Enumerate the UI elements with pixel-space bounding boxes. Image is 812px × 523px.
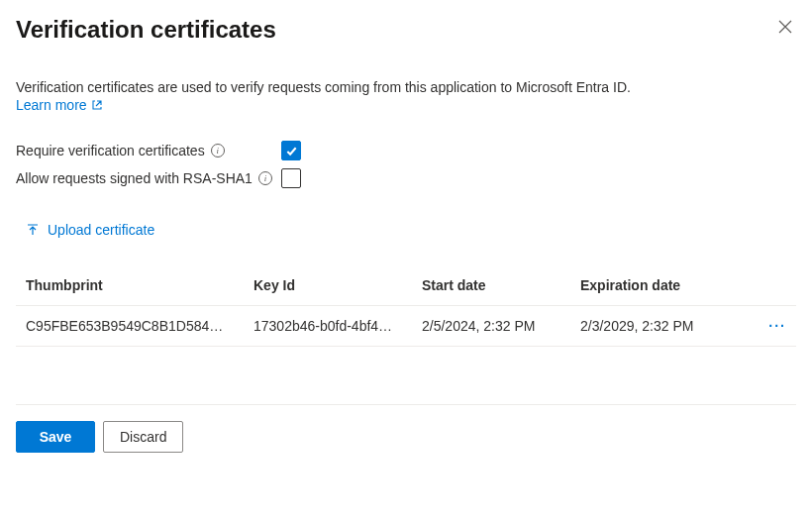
info-icon[interactable]: i — [258, 171, 272, 185]
page-title: Verification certificates — [16, 16, 276, 44]
table-header-row: Thumbprint Key Id Start date Expiration … — [16, 265, 796, 306]
info-icon[interactable]: i — [211, 144, 225, 157]
cell-thumbprint: C95FBE653B9549C8B1D584… — [26, 318, 254, 334]
discard-button[interactable]: Discard — [103, 421, 183, 453]
require-verification-label: Require verification certificates — [16, 143, 205, 158]
close-icon — [778, 20, 792, 34]
row-more-button[interactable]: ··· — [747, 318, 786, 334]
cell-start-date: 2/5/2024, 2:32 PM — [422, 318, 580, 334]
checkmark-icon — [285, 145, 298, 157]
option-allow-rsa-sha1: Allow requests signed with RSA-SHA1 i — [16, 168, 796, 188]
learn-more-label: Learn more — [16, 97, 87, 113]
option-label: Require verification certificates i — [16, 143, 281, 158]
require-verification-checkbox[interactable] — [281, 141, 301, 160]
col-key-id[interactable]: Key Id — [254, 277, 422, 293]
option-label: Allow requests signed with RSA-SHA1 i — [16, 170, 281, 186]
external-link-icon — [91, 99, 103, 111]
allow-rsa-sha1-label: Allow requests signed with RSA-SHA1 — [16, 170, 253, 186]
certificates-table: Thumbprint Key Id Start date Expiration … — [16, 265, 796, 347]
save-button[interactable]: Save — [16, 421, 95, 453]
col-expiration-date[interactable]: Expiration date — [580, 277, 747, 293]
description-text: Verification certificates are used to ve… — [16, 79, 796, 95]
option-require-verification: Require verification certificates i — [16, 141, 796, 160]
options-group: Require verification certificates i Allo… — [16, 141, 796, 188]
cell-expiration-date: 2/3/2029, 2:32 PM — [580, 318, 747, 334]
col-start-date[interactable]: Start date — [422, 277, 580, 293]
close-button[interactable] — [774, 16, 796, 41]
upload-certificate-label: Upload certificate — [48, 222, 154, 238]
cell-key-id: 17302b46-b0fd-4bf4… — [254, 318, 422, 334]
col-thumbprint[interactable]: Thumbprint — [26, 277, 254, 293]
footer-divider — [16, 404, 796, 405]
upload-icon — [26, 223, 40, 237]
footer-buttons: Save Discard — [16, 421, 796, 453]
learn-more-link[interactable]: Learn more — [16, 97, 103, 113]
upload-certificate-button[interactable]: Upload certificate — [26, 222, 154, 238]
table-row: C95FBE653B9549C8B1D584… 17302b46-b0fd-4b… — [16, 306, 796, 347]
allow-rsa-sha1-checkbox[interactable] — [281, 168, 301, 188]
